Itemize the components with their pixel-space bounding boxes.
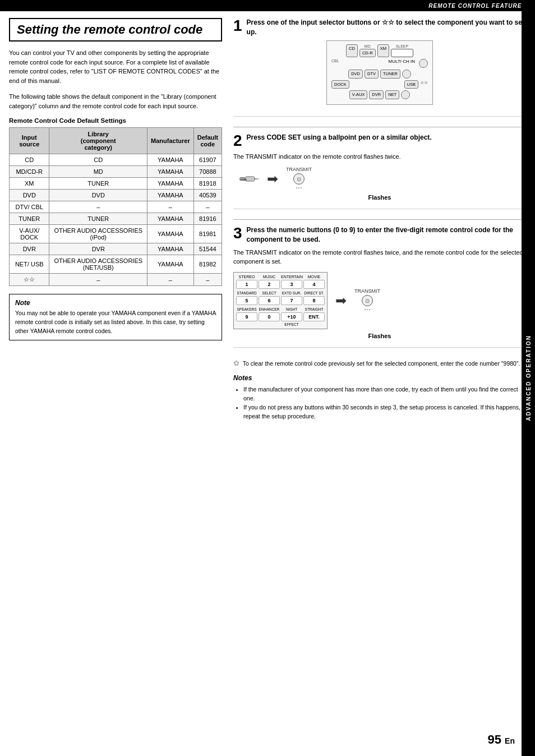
page-number: 95 En <box>488 732 515 747</box>
remote-row-vaux: V-AUX DVR NET <box>331 90 428 99</box>
step-2-body: The TRANSMIT indicator on the remote con… <box>233 152 526 162</box>
rb-cdr[interactable]: CD-R <box>359 49 376 57</box>
step-3: 3 Press the numeric buttons (0 to 9) to … <box>233 225 526 348</box>
step-2: 2 Press CODE SET using a ballpoint pen o… <box>233 133 526 210</box>
table-cell: MD <box>49 166 147 178</box>
table-row: DVRDVRYAMAHA51544 <box>10 243 222 255</box>
intro-para2: The following table shows the default co… <box>9 92 222 110</box>
table-cell: YAMAHA <box>147 166 194 178</box>
flashes-label-3: Flashes <box>233 333 526 339</box>
rb-dvr[interactable]: DVR <box>369 90 384 99</box>
kl-directst: DIRECT ST. <box>303 291 325 295</box>
note-item: If you do not press any buttons within 3… <box>243 403 526 421</box>
rb-sleep[interactable] <box>391 49 413 57</box>
table-row: TUNERTUNERYAMAHA81916 <box>10 213 222 225</box>
kbtn-0[interactable]: 0 <box>259 312 280 321</box>
section-title: Setting the remote control code <box>9 18 222 42</box>
kl-music: MUSIC <box>259 275 280 279</box>
keypad-grid: STEREO MUSIC ENTERTAIN MOVIE 1 2 3 4 <box>233 272 328 329</box>
table-cell: 81981 <box>193 225 222 243</box>
kl-speakers: SPEAKERS <box>236 307 257 311</box>
table-cell: NET/ USB <box>10 255 49 274</box>
sidebar-vertical: ADVANCED OPERATION <box>522 0 535 756</box>
table-cell: DTV/ CBL <box>10 201 49 213</box>
table-cell: MD/CD-R <box>10 166 49 178</box>
rb-cd[interactable]: CD <box>346 44 358 57</box>
table-row: DVDDVDYAMAHA40539 <box>10 190 222 201</box>
step-3-body: The TRANSMIT indicator on the remote con… <box>233 248 526 266</box>
table-cell: – <box>49 201 147 213</box>
rb-xm[interactable]: XM <box>377 44 389 57</box>
table-cell: – <box>49 274 147 286</box>
kl-extdsur: EXTD SUR. <box>281 291 302 295</box>
top-bar: REMOTE CONTROL FEATURES <box>0 0 535 11</box>
kbtn-7[interactable]: 7 <box>281 296 302 305</box>
table-cell: 81918 <box>193 178 222 190</box>
rb-cbl-label: CBL <box>331 59 339 63</box>
rb-circle1[interactable] <box>402 70 411 79</box>
keypad-label-row1: STEREO MUSIC ENTERTAIN MOVIE <box>236 275 325 279</box>
rb-dock[interactable]: DOCK <box>331 80 349 89</box>
arrow-step2: ➡ <box>267 171 278 187</box>
step-3-number: 3 <box>233 225 242 245</box>
step-1-number: 1 <box>233 18 242 37</box>
notes-list: If the manufacturer of your component ha… <box>233 385 526 421</box>
table-cell: XM <box>10 178 49 190</box>
table-cell: CD <box>49 154 147 166</box>
kbtn-10[interactable]: +10 <box>281 312 302 321</box>
keypad-btn-row3: 9 0 +10 ENT. <box>236 312 325 321</box>
rb-md-label: MD <box>365 44 371 48</box>
rb-tuner[interactable]: TUNER <box>380 70 400 79</box>
table-cell: 61907 <box>193 154 222 166</box>
table-cell: YAMAHA <box>147 154 194 166</box>
tip-text: To clear the remote control code previou… <box>243 360 520 367</box>
rb-usb[interactable]: USB <box>404 80 418 89</box>
table-cell: 81916 <box>193 213 222 225</box>
rb-circle2[interactable] <box>401 90 410 99</box>
rb-net[interactable]: NET <box>385 90 399 99</box>
remote-buttons-diagram: CD MD CD-R XM SLEEP CBL <box>326 40 433 105</box>
kbtn-3[interactable]: 3 <box>281 280 302 289</box>
kbtn-4[interactable]: 4 <box>303 280 325 289</box>
table-cell: V-AUX/ DOCK <box>10 225 49 243</box>
kl-enhancer: ENHANCER <box>259 307 280 311</box>
kl-entertain: ENTERTAIN <box>281 275 302 279</box>
kbtn-9[interactable]: 9 <box>236 312 257 321</box>
notes-title: Notes <box>233 374 526 382</box>
note-box: Note You may not be able to operate your… <box>9 294 222 340</box>
table-cell: CD <box>10 154 49 166</box>
transmit-label-2: TRANSMIT <box>286 167 312 172</box>
rb-vaux[interactable]: V-AUX <box>349 90 368 99</box>
intro-para1: You can control your TV and other compon… <box>9 48 222 85</box>
rb-dtv[interactable]: DTV <box>365 70 379 79</box>
table-cell: TUNER <box>10 213 49 225</box>
sidebar-label: ADVANCED OPERATION <box>525 335 532 421</box>
rb-dvd[interactable]: DVD <box>348 70 363 79</box>
kbtn-6[interactable]: 6 <box>259 296 280 305</box>
page-num-value: 95 <box>488 732 501 746</box>
kbtn-8[interactable]: 8 <box>303 296 325 305</box>
transmit-dots-3: ··· <box>364 306 371 312</box>
table-cell: TUNER <box>49 178 147 190</box>
table-cell: DVR <box>10 243 49 255</box>
kl-select: SELECT <box>259 291 280 295</box>
arrow-step3: ➡ <box>335 293 347 308</box>
page-num-suffix: En <box>505 736 515 745</box>
table-title: Remote Control Code Default Settings <box>9 117 222 124</box>
table-cell: DVD <box>49 190 147 201</box>
table-cell: YAMAHA <box>147 225 194 243</box>
col-header-input: Inputsource <box>10 128 49 154</box>
kbtn-ent[interactable]: ENT. <box>303 312 325 321</box>
rb-sleep-label: SLEEP <box>396 44 409 48</box>
keypad-btn-row1: 1 2 3 4 <box>236 280 325 289</box>
tip-star-icon: ✿ <box>233 359 239 367</box>
kbtn-1[interactable]: 1 <box>236 280 257 289</box>
kbtn-2[interactable]: 2 <box>259 280 280 289</box>
table-cell: 40539 <box>193 190 222 201</box>
kbtn-5[interactable]: 5 <box>236 296 257 305</box>
step-1-header: 1 Press one of the input selector button… <box>233 18 526 37</box>
rb-multich-btn[interactable] <box>419 59 428 68</box>
settings-table: Inputsource Library(componentcategory) M… <box>9 127 222 286</box>
table-cell: YAMAHA <box>147 190 194 201</box>
kl-standard: STANDARD <box>236 291 257 295</box>
